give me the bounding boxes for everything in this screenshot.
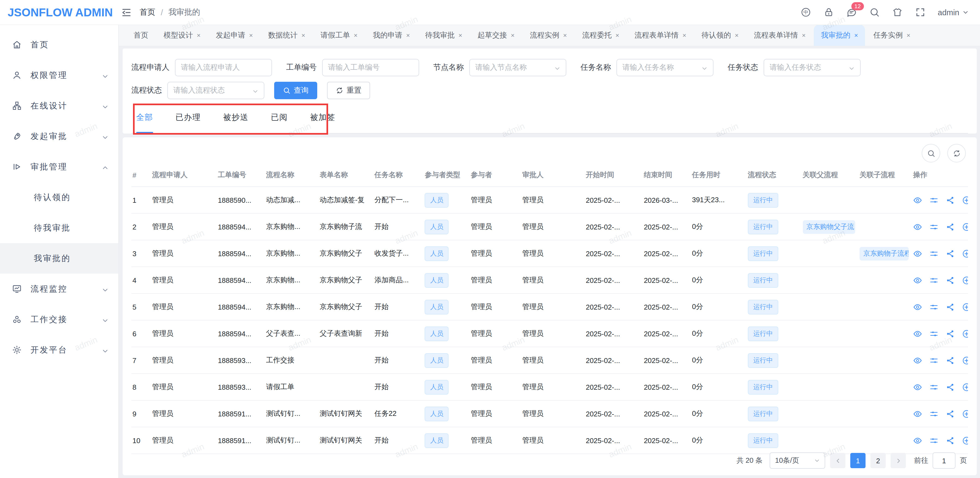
tab-close-icon[interactable]: × (301, 31, 305, 39)
page-size-select[interactable]: 10条/页 (770, 453, 825, 469)
filter-tab-已办理[interactable]: 已办理 (175, 112, 201, 123)
tab-close-icon[interactable]: × (735, 31, 738, 39)
settings-icon[interactable] (929, 355, 939, 365)
sidebar-item-在线设计[interactable]: 在线设计 (0, 91, 118, 121)
tab-流程实例[interactable]: 流程实例× (523, 25, 574, 46)
settings-icon[interactable] (929, 409, 939, 418)
tab-close-icon[interactable]: × (802, 31, 806, 39)
prev-page-button[interactable] (830, 453, 845, 468)
add-icon[interactable] (962, 276, 968, 285)
language-icon[interactable]: 中 (800, 7, 811, 18)
filter-select[interactable]: 请输入节点名称 (469, 59, 566, 76)
share-icon[interactable] (946, 329, 955, 338)
sidebar-fold-icon[interactable] (121, 7, 132, 18)
goto-page-input[interactable]: 1 (932, 453, 956, 469)
view-icon[interactable] (913, 195, 923, 205)
tab-发起申请[interactable]: 发起申请× (209, 25, 260, 46)
filter-select[interactable]: 请输入任务名称 (616, 59, 713, 76)
fullscreen-icon[interactable] (915, 7, 925, 18)
tab-流程委托[interactable]: 流程委托× (575, 25, 626, 46)
sidebar-subitem-待我审批[interactable]: 待我审批 (0, 213, 118, 243)
tab-close-icon[interactable]: × (854, 31, 858, 39)
filter-tab-全部[interactable]: 全部 (136, 112, 153, 123)
sidebar-item-发起审批[interactable]: 发起审批 (0, 121, 118, 151)
settings-icon[interactable] (929, 276, 939, 285)
page-button-1[interactable]: 1 (850, 453, 865, 468)
sidebar-subitem-我审批的[interactable]: 我审批的 (0, 243, 118, 274)
share-icon[interactable] (946, 222, 955, 231)
tab-待我审批[interactable]: 待我审批× (418, 25, 469, 46)
reset-button[interactable]: 重置 (327, 82, 370, 99)
table-search-button[interactable] (922, 144, 940, 163)
share-icon[interactable] (946, 409, 955, 418)
view-icon[interactable] (913, 436, 923, 445)
tab-close-icon[interactable]: × (354, 31, 358, 39)
page-button-2[interactable]: 2 (870, 453, 886, 468)
share-icon[interactable] (946, 249, 955, 258)
tab-任务实例[interactable]: 任务实例× (866, 25, 917, 46)
add-icon[interactable] (962, 249, 968, 258)
view-icon[interactable] (913, 409, 923, 418)
tab-待认领的[interactable]: 待认领的× (694, 25, 746, 46)
filter-select[interactable]: 请输入流程状态 (167, 82, 264, 99)
tab-close-icon[interactable]: × (682, 31, 686, 39)
share-icon[interactable] (946, 382, 955, 392)
tab-请假工单[interactable]: 请假工单× (313, 25, 364, 46)
view-icon[interactable] (913, 355, 923, 365)
tab-起草交接[interactable]: 起草交接× (470, 25, 522, 46)
search-icon[interactable] (869, 7, 880, 18)
tab-close-icon[interactable]: × (458, 31, 462, 39)
settings-icon[interactable] (929, 436, 939, 445)
settings-icon[interactable] (929, 222, 939, 231)
view-icon[interactable] (913, 249, 923, 258)
add-icon[interactable] (962, 329, 968, 338)
filter-tab-被抄送[interactable]: 被抄送 (223, 112, 248, 123)
tab-close-icon[interactable]: × (406, 31, 410, 39)
share-icon[interactable] (946, 355, 955, 365)
view-icon[interactable] (913, 276, 923, 285)
tab-数据统计[interactable]: 数据统计× (261, 25, 312, 46)
sidebar-subitem-待认领的[interactable]: 待认领的 (0, 182, 118, 213)
share-icon[interactable] (946, 302, 955, 311)
tab-流程表单详情[interactable]: 流程表单详情× (627, 25, 693, 46)
tab-模型设计[interactable]: 模型设计× (156, 25, 208, 46)
filter-input[interactable]: 请输入工单编号 (322, 59, 419, 76)
add-icon[interactable] (962, 382, 968, 392)
tab-close-icon[interactable]: × (616, 31, 619, 39)
message-icon[interactable]: 12 (846, 7, 856, 18)
lock-icon[interactable] (823, 7, 834, 18)
share-icon[interactable] (946, 276, 955, 285)
tab-首页[interactable]: 首页 (126, 25, 155, 46)
tab-我审批的[interactable]: 我审批的× (814, 25, 865, 46)
filter-tab-已阅[interactable]: 已阅 (271, 112, 288, 123)
add-icon[interactable] (962, 195, 968, 205)
settings-icon[interactable] (929, 302, 939, 311)
child-flow-link[interactable]: 京东购物子流程 (859, 247, 909, 260)
settings-icon[interactable] (929, 382, 939, 392)
tab-流程表单详情[interactable]: 流程表单详情× (747, 25, 813, 46)
add-icon[interactable] (962, 355, 968, 365)
settings-icon[interactable] (929, 195, 939, 205)
search-button[interactable]: 查询 (274, 82, 317, 99)
view-icon[interactable] (913, 302, 923, 311)
tab-close-icon[interactable]: × (511, 31, 514, 39)
share-icon[interactable] (946, 436, 955, 445)
settings-icon[interactable] (929, 329, 939, 338)
tab-close-icon[interactable]: × (197, 31, 200, 39)
add-icon[interactable] (962, 436, 968, 445)
settings-icon[interactable] (929, 249, 939, 258)
filter-tab-被加签[interactable]: 被加签 (310, 112, 336, 123)
sidebar-item-开发平台[interactable]: 开发平台 (0, 335, 118, 365)
view-icon[interactable] (913, 382, 923, 392)
tab-close-icon[interactable]: × (563, 31, 567, 39)
view-icon[interactable] (913, 329, 923, 338)
view-icon[interactable] (913, 222, 923, 231)
filter-select[interactable]: 请输入任务状态 (764, 59, 861, 76)
user-menu[interactable]: admin (938, 8, 969, 17)
parent-flow-link[interactable]: 京东购物父子流 (803, 220, 855, 234)
share-icon[interactable] (946, 195, 955, 205)
sidebar-item-权限管理[interactable]: 权限管理 (0, 60, 118, 91)
sidebar-item-流程监控[interactable]: 流程监控 (0, 274, 118, 304)
table-refresh-button[interactable] (947, 144, 966, 163)
tab-我的申请[interactable]: 我的申请× (366, 25, 417, 46)
